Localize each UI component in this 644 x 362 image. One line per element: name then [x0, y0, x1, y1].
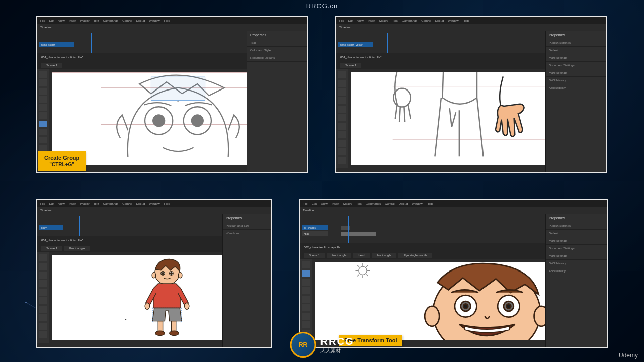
scene-tab[interactable]: Scene 1 [340, 63, 361, 68]
menu-item[interactable]: Control [122, 202, 132, 205]
text-tool-icon[interactable] [39, 112, 47, 119]
accessibility[interactable]: Accessibility [546, 267, 607, 275]
menu-item[interactable]: Window [412, 202, 422, 205]
lasso-tool-icon[interactable] [338, 97, 346, 104]
publish-settings[interactable]: Publish Settings [546, 222, 607, 230]
hand-tool-icon[interactable] [39, 331, 47, 338]
publish-settings[interactable]: Publish Settings [546, 39, 606, 47]
toolbox[interactable] [336, 69, 348, 168]
symbol-tab[interactable]: front angle [372, 253, 396, 258]
properties-panel[interactable]: Properties Publish Settings Default More… [545, 214, 607, 347]
lasso-tool-icon[interactable] [39, 280, 47, 287]
playhead[interactable] [348, 216, 349, 243]
swf-history[interactable]: SWF History [546, 77, 606, 84]
lasso-tool-icon[interactable] [302, 279, 310, 286]
file-tab[interactable]: 001_character vector finish.fla* [340, 56, 381, 59]
symbol-tab[interactable]: Eye single mouth [398, 253, 432, 258]
menubar[interactable]: FileEditViewInsertModifyTextCommandsCont… [300, 200, 607, 207]
pen-tool-icon[interactable] [39, 289, 47, 296]
scene-tab[interactable]: Scene 1 [41, 63, 62, 68]
subselection-tool-icon[interactable] [39, 79, 47, 86]
playhead[interactable] [79, 216, 80, 236]
file-tab[interactable]: 001_character vector finish.fla* [41, 56, 83, 59]
menu-item[interactable]: Edit [49, 202, 54, 205]
menu-item[interactable]: Commands [366, 202, 381, 205]
menu-item[interactable]: View [58, 19, 65, 22]
menu-item[interactable]: Help [164, 202, 170, 205]
menu-item[interactable]: Window [149, 202, 159, 205]
scene-tab[interactable]: Scene 1 [41, 246, 62, 251]
more-settings[interactable]: More settings [546, 237, 607, 245]
brush-tool-icon[interactable] [338, 131, 346, 138]
menu-item[interactable]: Insert [69, 202, 76, 205]
properties-panel[interactable]: Properties Publish Settings Default More… [545, 31, 606, 172]
more-settings-2[interactable]: More settings [546, 252, 607, 260]
menu-item[interactable]: Text [392, 19, 398, 22]
eraser-icon[interactable] [302, 321, 310, 328]
menu-item[interactable]: File [303, 202, 308, 205]
layer-row[interactable]: head_sketch [39, 42, 74, 47]
menu-item[interactable]: Edit [312, 202, 317, 205]
menu-item[interactable]: Help [427, 202, 433, 205]
eyedropper-icon[interactable] [39, 145, 47, 151]
free-transform-icon[interactable] [39, 88, 47, 95]
view-tab[interactable]: front angle [327, 253, 351, 258]
menu-item[interactable]: View [321, 202, 328, 205]
menu-item[interactable]: View [357, 19, 364, 22]
layer-row[interactable]: body [39, 225, 63, 230]
menu-item[interactable]: Debug [435, 19, 444, 22]
eraser-icon[interactable] [39, 323, 47, 330]
menu-item[interactable]: Control [421, 19, 431, 22]
document-settings[interactable]: Document Settings [546, 245, 607, 252]
menu-item[interactable]: Debug [136, 19, 145, 22]
menu-item[interactable]: Edit [348, 19, 353, 22]
menubar[interactable]: FileEditViewInsertModifyTextCommandsCont… [37, 200, 271, 207]
layer-row-b[interactable]: head [302, 231, 328, 236]
menu-item[interactable]: Insert [332, 202, 339, 205]
playhead[interactable] [387, 33, 388, 53]
menu-item[interactable]: File [40, 202, 45, 205]
selection-tool-icon[interactable] [338, 71, 346, 78]
free-transform-icon[interactable] [338, 88, 346, 96]
rectangle-tool-icon[interactable] [39, 121, 47, 127]
menu-item[interactable]: File [339, 19, 344, 22]
paint-bucket-icon[interactable] [338, 140, 346, 147]
menu-item[interactable]: Commands [103, 202, 119, 205]
menu-item[interactable]: Commands [103, 19, 119, 22]
menu-item[interactable]: Edit [49, 19, 54, 22]
text-tool-icon[interactable] [338, 114, 346, 121]
subselection-tool-icon[interactable] [338, 80, 346, 87]
pen-tool-icon[interactable] [39, 104, 47, 111]
paint-bucket-icon[interactable] [39, 314, 47, 321]
menubar[interactable]: File Edit View Insert Modify Text Comman… [37, 17, 307, 24]
paint-bucket-icon[interactable] [302, 313, 310, 320]
default-profile[interactable]: Default [549, 232, 558, 235]
text-tool-icon[interactable] [302, 296, 310, 303]
menu-item[interactable]: Control [385, 202, 394, 205]
properties-panel[interactable]: Properties Tool Color and Style Rectangl… [247, 31, 307, 172]
more-settings-2[interactable]: More settings [546, 69, 606, 77]
default-profile[interactable]: Default [549, 49, 558, 52]
selection-tool-icon[interactable] [39, 254, 47, 261]
menu-item[interactable]: Text [94, 202, 99, 205]
toolbox[interactable] [300, 259, 312, 343]
paint-bucket-icon[interactable] [39, 137, 47, 143]
menu-item[interactable]: Debug [136, 202, 145, 205]
file-tab[interactable]: 001_character vector finish.fla* [41, 239, 83, 242]
pen-tool-icon[interactable] [338, 106, 346, 113]
menu-item[interactable]: Insert [69, 19, 76, 22]
menu-item[interactable]: Modify [343, 202, 352, 205]
lasso-tool-icon[interactable] [39, 96, 47, 103]
playhead[interactable] [91, 33, 92, 53]
pen-tool-icon[interactable] [302, 287, 310, 294]
eraser-icon[interactable] [338, 157, 346, 164]
menu-item[interactable]: Modify [80, 19, 90, 22]
layer-row-a[interactable]: lip_shapes [302, 225, 328, 230]
menu-item[interactable]: View [58, 202, 65, 205]
symbol-tab[interactable]: head [353, 253, 370, 258]
menu-item[interactable]: Text [94, 19, 99, 22]
selection-tool-icon[interactable] [302, 261, 310, 268]
menu-item[interactable]: Control [122, 19, 132, 22]
menu-item[interactable]: Help [164, 19, 170, 22]
more-settings[interactable]: More settings [546, 54, 606, 62]
